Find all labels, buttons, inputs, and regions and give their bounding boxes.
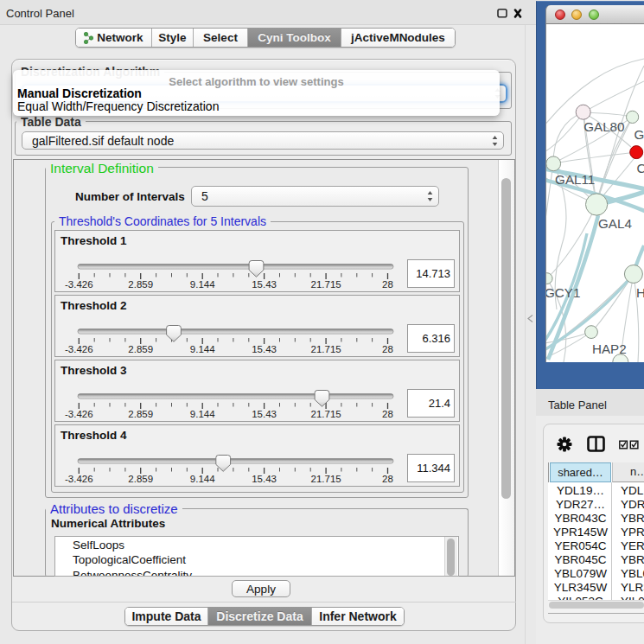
svg-text:15.43: 15.43 <box>252 279 277 290</box>
svg-text:9.144: 9.144 <box>190 474 215 484</box>
svg-text:C: C <box>637 161 644 175</box>
svg-text:G: G <box>634 127 644 142</box>
svg-text:GAL4: GAL4 <box>598 216 632 231</box>
svg-text:-3.426: -3.426 <box>65 344 93 354</box>
svg-text:2.859: 2.859 <box>128 344 153 354</box>
svg-text:21.715: 21.715 <box>311 409 341 419</box>
svg-text:9.144: 9.144 <box>190 409 215 419</box>
svg-text:2.859: 2.859 <box>128 279 153 290</box>
svg-text:21.715: 21.715 <box>311 344 341 354</box>
svg-text:H: H <box>636 285 644 300</box>
svg-text:9.144: 9.144 <box>190 344 215 354</box>
svg-text:2.859: 2.859 <box>128 409 153 419</box>
svg-text:28: 28 <box>382 279 393 290</box>
svg-text:15.43: 15.43 <box>252 474 277 484</box>
svg-text:-3.426: -3.426 <box>65 474 93 484</box>
svg-text:GAL11: GAL11 <box>555 172 595 187</box>
svg-text:28: 28 <box>382 409 393 419</box>
svg-text:15.43: 15.43 <box>252 409 277 419</box>
svg-text:28: 28 <box>382 474 393 484</box>
svg-text:9.144: 9.144 <box>190 279 215 290</box>
svg-text:HAP2: HAP2 <box>592 341 627 356</box>
svg-text:-3.426: -3.426 <box>65 279 93 290</box>
svg-text:21.715: 21.715 <box>311 279 341 290</box>
svg-text:GAL80: GAL80 <box>583 119 624 134</box>
svg-text:15.43: 15.43 <box>252 344 277 354</box>
svg-text:28: 28 <box>382 344 393 354</box>
svg-text:-3.426: -3.426 <box>65 409 93 419</box>
svg-text:21.715: 21.715 <box>311 474 341 484</box>
svg-text:2.859: 2.859 <box>128 474 153 484</box>
svg-text:GCY1: GCY1 <box>546 285 580 300</box>
